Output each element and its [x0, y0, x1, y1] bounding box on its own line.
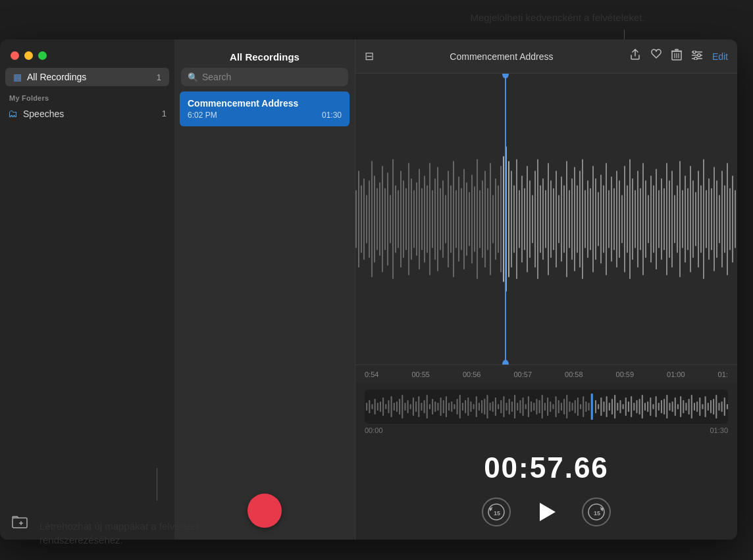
- svg-rect-37: [411, 178, 412, 260]
- svg-point-14: [694, 57, 697, 59]
- tooltip-top-text: Megjelölheti kedvencként a felvételeket.: [470, 12, 644, 23]
- skip-forward-button[interactable]: 15: [582, 497, 611, 526]
- svg-rect-123: [637, 170, 638, 267]
- svg-rect-234: [558, 400, 559, 413]
- svg-rect-251: [606, 396, 608, 417]
- svg-rect-222: [525, 404, 527, 409]
- svg-rect-233: [556, 396, 557, 417]
- toolbar-center: Commencement Address: [379, 51, 624, 62]
- close-button[interactable]: [11, 51, 19, 60]
- svg-rect-182: [415, 401, 417, 412]
- overview-section[interactable]: 00:00 01:30: [355, 383, 737, 441]
- play-icon: [540, 503, 556, 521]
- svg-rect-290: [713, 399, 714, 415]
- main-toolbar: ⊟ Commencement Address: [355, 39, 737, 74]
- svg-rect-43: [427, 185, 428, 253]
- svg-rect-158: [729, 188, 731, 250]
- svg-rect-194: [448, 403, 450, 411]
- svg-rect-272: [663, 399, 665, 415]
- new-folder-button[interactable]: [11, 512, 30, 532]
- svg-rect-164: [366, 403, 367, 411]
- share-icon[interactable]: [629, 49, 641, 64]
- svg-rect-108: [598, 192, 599, 247]
- minimize-button[interactable]: [24, 51, 33, 60]
- svg-rect-151: [711, 188, 712, 250]
- settings-icon[interactable]: [691, 50, 703, 63]
- svg-rect-152: [714, 166, 715, 271]
- svg-rect-175: [396, 401, 398, 412]
- svg-rect-81: [527, 166, 528, 272]
- svg-rect-289: [710, 400, 712, 413]
- svg-rect-238: [569, 401, 570, 412]
- svg-rect-91: [553, 188, 554, 250]
- svg-rect-98: [571, 178, 573, 260]
- sidebar-item-all-recordings[interactable]: ▦ All Recordings 1: [5, 68, 169, 86]
- svg-rect-53: [453, 161, 454, 278]
- svg-rect-63: [479, 190, 480, 248]
- svg-rect-150: [708, 178, 710, 260]
- svg-text:15: 15: [494, 510, 500, 517]
- svg-rect-268: [652, 404, 654, 409]
- svg-rect-293: [721, 401, 723, 412]
- toolbar-left: ⊟: [365, 49, 374, 63]
- svg-rect-201: [467, 397, 469, 416]
- time-label-057: 00:57: [513, 370, 532, 378]
- svg-rect-278: [680, 396, 681, 417]
- svg-rect-198: [459, 395, 461, 419]
- svg-rect-244: [585, 401, 586, 412]
- svg-rect-58: [466, 182, 467, 256]
- search-bar[interactable]: 🔍 Search: [181, 68, 348, 86]
- svg-rect-103: [584, 190, 586, 248]
- sidebar-toggle-icon[interactable]: ⊟: [365, 49, 374, 63]
- tooltip-bottom: Létrehozhat új mappákat a felvételek ren…: [39, 519, 201, 547]
- svg-rect-96: [566, 161, 567, 278]
- svg-rect-126: [645, 180, 646, 258]
- svg-rect-192: [443, 400, 444, 413]
- edit-button[interactable]: Edit: [712, 51, 728, 62]
- svg-rect-97: [569, 190, 570, 248]
- timer-display: 00:57.66: [355, 441, 737, 490]
- svg-rect-133: [663, 188, 665, 250]
- skip-back-button[interactable]: 15: [482, 497, 511, 526]
- svg-rect-286: [702, 404, 703, 409]
- recording-item-commencement[interactable]: Commencement Address 6:02 PM 01:30: [180, 91, 350, 126]
- tooltip-top: Megjelölheti kedvencként a felvételeket.: [362, 12, 753, 23]
- svg-rect-144: [692, 180, 694, 258]
- svg-rect-107: [595, 178, 596, 260]
- svg-rect-148: [703, 159, 704, 280]
- svg-rect-131: [658, 190, 660, 248]
- svg-rect-69: [495, 178, 496, 260]
- toolbar-right: Edit: [629, 49, 728, 64]
- svg-rect-95: [563, 185, 565, 253]
- svg-rect-223: [528, 396, 529, 417]
- svg-rect-287: [705, 396, 706, 417]
- svg-rect-78: [519, 190, 520, 248]
- svg-rect-30: [392, 159, 394, 280]
- svg-rect-274: [669, 403, 670, 411]
- delete-icon[interactable]: [671, 49, 682, 64]
- favorite-icon[interactable]: [650, 49, 662, 64]
- svg-rect-135: [669, 180, 670, 258]
- svg-rect-208: [486, 395, 488, 419]
- overview-waveform[interactable]: [365, 390, 728, 424]
- svg-rect-130: [656, 168, 657, 269]
- svg-rect-207: [484, 399, 485, 415]
- record-button[interactable]: [247, 494, 282, 528]
- svg-rect-178: [404, 403, 405, 411]
- recording-duration: 01:30: [322, 111, 342, 120]
- svg-rect-224: [531, 401, 532, 412]
- svg-rect-146: [698, 170, 699, 267]
- sidebar-folder-speeches[interactable]: 🗂 Speeches 1: [0, 105, 174, 122]
- svg-rect-285: [699, 397, 700, 416]
- svg-rect-252: [609, 403, 610, 411]
- play-button[interactable]: [532, 497, 561, 526]
- svg-rect-72: [503, 156, 504, 282]
- maximize-button[interactable]: [38, 51, 47, 60]
- svg-rect-179: [407, 400, 409, 413]
- svg-rect-39: [416, 182, 417, 256]
- svg-rect-92: [556, 170, 557, 267]
- time-ruler: 0:54 00:55 00:56 00:57 00:58 00:59 01:00…: [355, 365, 737, 383]
- svg-rect-60: [471, 174, 473, 264]
- svg-rect-281: [688, 399, 690, 415]
- svg-rect-276: [675, 397, 676, 416]
